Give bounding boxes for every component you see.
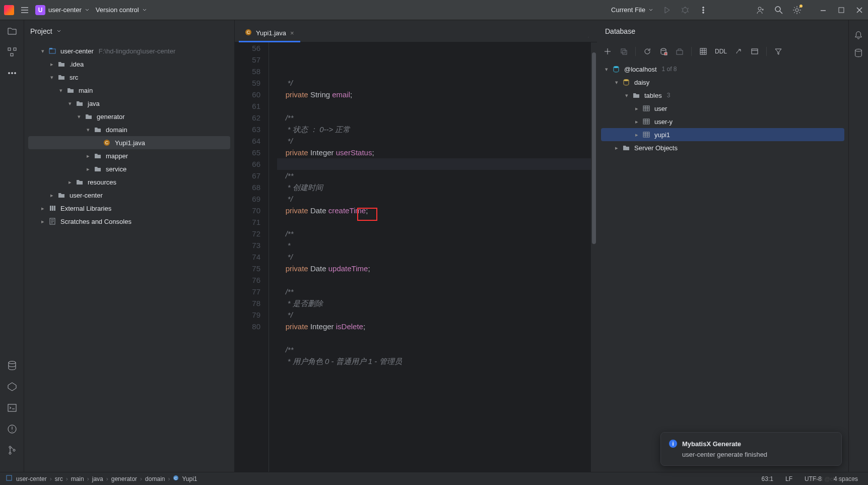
tree-item[interactable]: ▸mapper — [28, 149, 230, 162]
db-tree-item[interactable]: ▸user — [601, 102, 844, 115]
svg-rect-37 — [677, 50, 683, 54]
chevron-down-icon — [56, 29, 61, 34]
db-tree-item[interactable]: ▾@localhost1 of 8 — [601, 63, 844, 76]
database-stripe-icon[interactable] — [854, 48, 863, 57]
tree-item[interactable]: CYupi1.java — [28, 136, 230, 149]
svg-point-40 — [614, 66, 619, 68]
db-filter-icon[interactable] — [774, 47, 783, 56]
debug-icon[interactable] — [681, 6, 690, 15]
svg-rect-42 — [643, 106, 649, 111]
structure-tool-icon[interactable] — [7, 46, 18, 57]
search-icon[interactable] — [774, 6, 783, 15]
tree-item[interactable]: ▾main — [28, 84, 230, 97]
tree-item[interactable]: ▾java — [28, 97, 230, 110]
chevron-down-icon — [648, 8, 653, 13]
breadcrumb-item[interactable]: generator — [111, 475, 137, 482]
tree-item[interactable]: ▾src — [28, 71, 230, 84]
editor-tab-yupi1[interactable]: C Yupi1.java × — [239, 24, 300, 42]
editor-scrollbar[interactable] — [591, 42, 597, 472]
tree-item[interactable]: ▾user-centerF:\hd-lingdong\user-center — [28, 44, 230, 57]
database-toolbar: DDL — [597, 42, 848, 60]
line-separator[interactable]: LF — [781, 475, 796, 482]
svg-point-0 — [683, 8, 688, 13]
caret-position[interactable]: 63:1 — [758, 475, 777, 482]
svg-point-6 — [795, 9, 798, 12]
window-min-icon[interactable] — [819, 6, 828, 15]
notifications-icon[interactable] — [854, 30, 863, 39]
svg-rect-15 — [8, 404, 16, 411]
breadcrumb-item[interactable]: domain — [145, 475, 165, 482]
svg-text:C: C — [175, 476, 178, 480]
breadcrumb-item[interactable]: java — [92, 475, 103, 482]
terminal-tool-icon[interactable] — [7, 402, 18, 413]
project-tool-icon[interactable] — [7, 25, 18, 36]
db-duplicate-icon[interactable] — [619, 47, 628, 56]
db-tree-item[interactable]: ▸Server Objects — [601, 141, 844, 154]
db-add-icon[interactable] — [603, 47, 612, 56]
svg-rect-21 — [49, 48, 52, 49]
svg-rect-26 — [54, 206, 55, 211]
svg-point-18 — [9, 452, 11, 454]
db-tree-item[interactable]: ▸user-y — [601, 115, 844, 128]
notification-balloon[interactable]: i MybatisX Generate user-center generate… — [660, 432, 842, 466]
project-panel-header[interactable]: Project — [24, 20, 234, 42]
db-diagnose-icon[interactable] — [675, 47, 684, 56]
window-max-icon[interactable] — [837, 6, 846, 15]
db-tree-item[interactable]: ▾tables3 — [601, 89, 844, 102]
project-tree[interactable]: ▾user-centerF:\hd-lingdong\user-center▸.… — [24, 42, 234, 472]
class-icon: C — [245, 29, 252, 37]
more-icon[interactable] — [699, 6, 708, 15]
db-refresh-icon[interactable] — [643, 47, 652, 56]
database-tool-icon[interactable] — [7, 360, 18, 371]
database-tree[interactable]: ▾@localhost1 of 8▾daisy▾tables3▸user▸use… — [597, 60, 848, 472]
project-name: user-center — [48, 6, 82, 14]
code-with-me-icon[interactable] — [756, 6, 765, 15]
problems-tool-icon[interactable] — [7, 423, 18, 435]
tree-item[interactable]: ▸Scratches and Consoles — [28, 215, 230, 228]
svg-text:C: C — [105, 140, 109, 145]
ide-logo — [4, 5, 14, 15]
run-icon[interactable] — [662, 6, 672, 15]
hamburger-icon[interactable] — [20, 6, 29, 15]
breadcrumb-item[interactable]: main — [71, 475, 84, 482]
chevron-down-icon — [142, 8, 147, 13]
settings-icon[interactable] — [792, 6, 802, 15]
svg-point-4 — [758, 7, 761, 10]
code-editor[interactable]: 5657585960616263646566676869707172737475… — [235, 42, 597, 472]
db-tree-item[interactable]: ▸yupi1 — [601, 128, 844, 141]
tree-item[interactable]: ▸service — [28, 162, 230, 175]
breadcrumb-item[interactable]: user-center — [16, 475, 47, 482]
db-ddl-button[interactable]: DDL — [715, 48, 727, 55]
svg-point-5 — [775, 7, 780, 12]
db-stop-icon[interactable] — [659, 47, 668, 56]
db-tree-item[interactable]: ▾daisy — [601, 76, 844, 89]
vcs-label: Version control — [96, 6, 139, 14]
tree-item[interactable]: ▸External Libraries — [28, 202, 230, 215]
indent-info[interactable]: 4 spaces — [830, 475, 862, 482]
breadcrumbs[interactable]: user-center›src›main›java›generator›doma… — [16, 475, 197, 482]
project-selector[interactable]: U user-center — [35, 5, 90, 15]
tree-item[interactable]: ▸resources — [28, 175, 230, 189]
services-tool-icon[interactable] — [7, 381, 18, 392]
git-tool-icon[interactable] — [7, 445, 18, 456]
svg-rect-39 — [752, 49, 758, 54]
breadcrumb-item[interactable]: Yupi1 — [182, 475, 197, 482]
tree-item[interactable]: ▸user-center — [28, 189, 230, 202]
tree-item[interactable]: ▾generator — [28, 110, 230, 123]
close-tab-icon[interactable]: × — [290, 29, 294, 37]
db-console-icon[interactable] — [750, 47, 759, 56]
run-config-selector[interactable]: Current File — [611, 6, 653, 14]
db-table-icon[interactable] — [699, 47, 708, 56]
window-close-icon[interactable] — [855, 6, 864, 15]
editor-tab-label: Yupi1.java — [256, 29, 286, 37]
db-jump-icon[interactable] — [734, 47, 743, 56]
svg-point-45 — [855, 49, 862, 51]
vcs-selector[interactable]: Version control — [96, 6, 147, 14]
more-tool-icon[interactable] — [7, 68, 18, 79]
file-encoding[interactable]: UTF-8 — [800, 475, 826, 482]
editor-tab-menu-icon[interactable] — [584, 33, 593, 42]
tree-item[interactable]: ▸.idea — [28, 57, 230, 71]
svg-point-12 — [11, 73, 13, 74]
breadcrumb-item[interactable]: src — [55, 475, 63, 482]
tree-item[interactable]: ▾domain — [28, 123, 230, 136]
